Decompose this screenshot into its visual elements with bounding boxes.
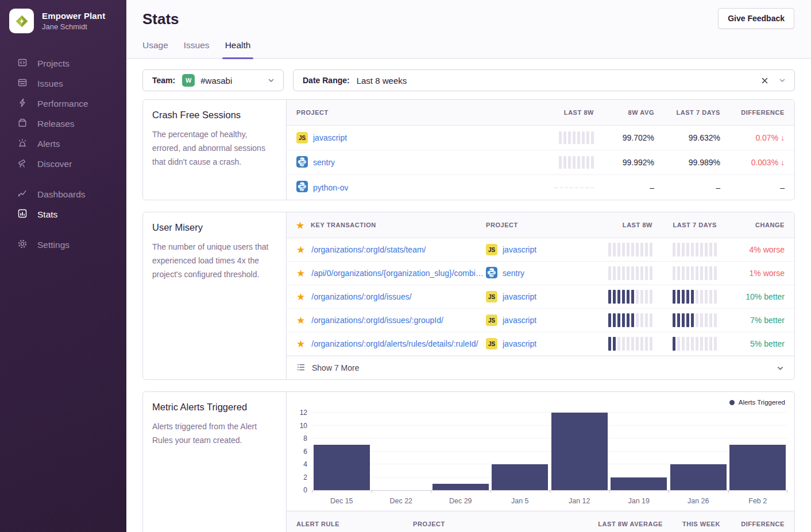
org-name: Empower Plant	[42, 11, 105, 21]
team-value: #wasabi	[200, 76, 267, 86]
tab-health[interactable]: Health	[225, 40, 251, 58]
active-tab-indicator	[222, 57, 254, 59]
difference-value: 0.003% ↓	[751, 158, 785, 167]
change-value: 4% worse	[750, 245, 785, 254]
sidebar-item-label: Stats	[37, 209, 57, 220]
key-transaction-star-icon[interactable]: ★	[296, 316, 305, 325]
panel-title: Crash Free Sessions	[152, 110, 277, 121]
main-content: Stats Give Feedback Usage Issues Health …	[126, 0, 811, 532]
sparkline-last-8w	[608, 313, 652, 327]
sparkline-last-8w	[554, 187, 594, 188]
y-axis-label: 2	[288, 473, 307, 481]
sidebar-item-releases[interactable]: Releases	[0, 114, 126, 134]
project-link[interactable]: sentry	[313, 158, 335, 167]
table-row: ★/api/0/organizations/{organization_slug…	[287, 262, 794, 285]
sidebar-item-discover[interactable]: Discover	[0, 154, 126, 174]
chart-bar	[314, 445, 370, 490]
tab-issues[interactable]: Issues	[184, 40, 210, 58]
transaction-link[interactable]: /api/0/organizations/{organization_slug}…	[311, 269, 486, 278]
date-range-value: Last 8 weeks	[357, 76, 761, 86]
sidebar-item-stats[interactable]: Stats	[0, 204, 126, 224]
y-axis-label: 10	[288, 422, 307, 430]
sidebar-item-label: Alerts	[37, 139, 60, 149]
clear-date-icon[interactable]	[761, 77, 768, 84]
sidebar-item-label: Dashboards	[37, 189, 86, 200]
star-icon: ★	[296, 221, 304, 230]
panel-description: User Misery The number of unique users t…	[143, 212, 287, 379]
metric-alerts-body: Alerts Triggered 024681012Dec 15Dec 22De…	[287, 392, 794, 532]
panel-description: Metric Alerts Triggered Alerts triggered…	[143, 392, 287, 532]
javascript-platform-icon: JS	[486, 338, 497, 350]
sidebar-item-settings[interactable]: Settings	[0, 235, 126, 255]
change-value: 7% better	[750, 316, 785, 325]
performance-icon	[17, 98, 28, 110]
x-axis-label: Dec 15	[312, 497, 372, 505]
sidebar-item-issues[interactable]: Issues	[0, 73, 126, 94]
date-range-selector[interactable]: Date Range: Last 8 weeks	[293, 69, 795, 91]
tab-usage[interactable]: Usage	[142, 40, 168, 58]
project-link[interactable]: javascript	[503, 316, 536, 325]
show-more-row[interactable]: Show 7 More	[287, 356, 794, 379]
last7-value: 99.632%	[689, 133, 720, 142]
y-axis-label: 4	[288, 460, 307, 468]
table-row: ★/organizations/:orgId/issues/ JSjavascr…	[287, 285, 794, 309]
empower-plant-logo-icon	[14, 14, 29, 29]
project-link[interactable]: javascript	[503, 339, 536, 348]
difference-value: 0.07% ↓	[755, 133, 785, 142]
panel-text: The percentage of healthy, errored, and …	[152, 127, 277, 169]
team-selector[interactable]: Team: W #wasabi	[142, 69, 284, 91]
projects-icon	[17, 57, 28, 70]
chart-plot: 024681012Dec 15Dec 22Dec 29Jan 5Jan 12Ja…	[312, 413, 787, 491]
give-feedback-button[interactable]: Give Feedback	[718, 8, 794, 29]
transaction-link[interactable]: /organizations/:orgId/stats/team/	[311, 245, 426, 254]
sidebar-item-alerts[interactable]: Alerts	[0, 134, 126, 154]
releases-icon	[17, 118, 28, 130]
key-transaction-star-icon[interactable]: ★	[296, 292, 305, 302]
difference-value: –	[780, 183, 785, 192]
key-transaction-star-icon[interactable]: ★	[296, 245, 305, 255]
last7-value: 99.989%	[689, 158, 720, 167]
key-transaction-star-icon[interactable]: ★	[296, 339, 305, 349]
y-axis-label: 12	[288, 409, 307, 417]
transaction-link[interactable]: /organizations/:orgId/issues/:groupId/	[311, 316, 443, 325]
y-axis-label: 8	[288, 434, 307, 442]
javascript-platform-icon: JS	[486, 291, 497, 302]
project-link[interactable]: python-ov	[313, 183, 348, 192]
project-link[interactable]: javascript	[503, 245, 536, 254]
settings-icon	[17, 239, 28, 251]
chevron-down-icon[interactable]	[778, 76, 786, 84]
key-transaction-star-icon[interactable]: ★	[296, 269, 305, 278]
sidebar-item-projects[interactable]: Projects	[0, 53, 126, 73]
sparkline-last-7d	[673, 337, 717, 351]
sparkline-last-7d	[673, 290, 717, 304]
crash-free-sessions-panel: Crash Free Sessions The percentage of he…	[142, 99, 795, 200]
project-link[interactable]: javascript	[503, 292, 536, 301]
avg-value: 99.992%	[623, 158, 654, 167]
change-value: 10% better	[746, 292, 785, 301]
chevron-down-icon	[776, 364, 785, 372]
sidebar-item-dashboards[interactable]: Dashboards	[0, 184, 126, 204]
chart-bar	[492, 464, 548, 490]
sidebar-item-performance[interactable]: Performance	[0, 94, 126, 114]
nav-divider	[0, 224, 126, 235]
sparkline-last-7d	[673, 313, 717, 327]
legend-label: Alerts Triggered	[739, 399, 785, 406]
y-axis-label: 0	[288, 486, 307, 494]
sparkline-last-8w	[559, 131, 594, 144]
table-row: JS javascript 99.702% 99.632% 0.07% ↓	[287, 126, 794, 150]
project-link[interactable]: sentry	[503, 269, 524, 278]
list-icon	[296, 363, 306, 374]
x-axis-label: Feb 2	[728, 497, 788, 505]
org-switcher[interactable]: Empower Plant Jane Schmidt	[0, 0, 126, 42]
avg-value: –	[650, 183, 654, 192]
misery-table: ★KEY TRANSACTION PROJECT LAST 8W LAST 7 …	[287, 212, 794, 379]
project-link[interactable]: javascript	[313, 133, 347, 142]
x-axis-label: Jan 12	[550, 497, 609, 505]
transaction-link[interactable]: /organizations/:orgId/issues/	[311, 292, 411, 301]
sparkline-last-7d	[673, 243, 717, 257]
transaction-link[interactable]: /organizations/:orgId/alerts/rules/detai…	[311, 339, 478, 348]
panel-description: Crash Free Sessions The percentage of he…	[143, 100, 287, 200]
org-logo	[9, 9, 34, 33]
dashboards-icon	[17, 188, 28, 201]
y-axis-label: 6	[288, 448, 307, 456]
